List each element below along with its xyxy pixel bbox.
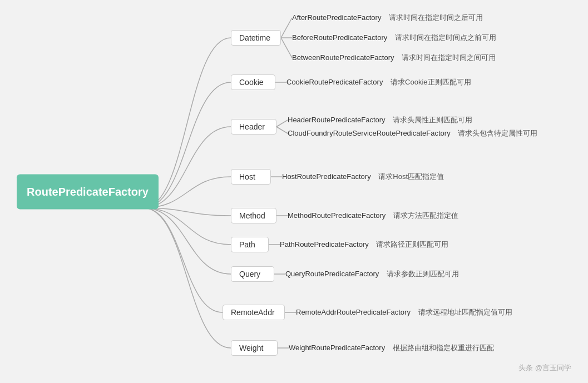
category-remoteaddr: RemoteAddr [223, 305, 285, 320]
category-weight: Weight [231, 340, 278, 356]
factory-description: 根据路由组和指定权重进行匹配 [391, 344, 494, 352]
diagram-container: RoutePredicateFactory DatetimeCookieHead… [0, 0, 588, 383]
factory-description: 请求时间在指定时间点之前可用 [393, 33, 496, 42]
watermark-text: 头条 @言玉同学 [518, 364, 571, 372]
leaf-datetime-2: BetweenRoutePredicateFactory 请求时间在指定时间之间… [292, 53, 496, 63]
factory-description: 请求参数正则匹配可用 [384, 270, 459, 278]
leaf-datetime-0: AfterRoutePredicateFactory 请求时间在指定时间之后可用 [292, 13, 483, 23]
leaf-remoteaddr-0: RemoteAddrRoutePredicateFactory 请求远程地址匹配… [296, 307, 512, 317]
category-query: Query [231, 266, 274, 282]
leaf-weight-0: WeightRoutePredicateFactory 根据路由组和指定权重进行… [289, 343, 494, 353]
factory-description: 请求头包含特定属性可用 [456, 129, 538, 137]
factory-name: BetweenRoutePredicateFactory [292, 53, 394, 62]
factory-description: 请求Host匹配指定值 [377, 172, 444, 181]
root-label: RoutePredicateFactory [27, 185, 149, 197]
factory-description: 请求路径正则匹配可用 [374, 240, 449, 248]
factory-description: 请求时间在指定时间之间可用 [400, 53, 496, 62]
factory-description: 请求时间在指定时间之后可用 [387, 13, 483, 22]
category-path: Path [231, 237, 269, 252]
factory-description: 请求头属性正则匹配可用 [391, 116, 473, 124]
category-datetime: Datetime [231, 30, 281, 46]
factory-name: PathRoutePredicateFactory [280, 240, 369, 248]
factory-name: BeforeRoutePredicateFactory [292, 33, 387, 42]
category-cookie: Cookie [231, 74, 275, 90]
watermark: 头条 @言玉同学 [518, 363, 571, 373]
factory-description: 请求方法匹配指定值 [391, 211, 458, 220]
factory-name: CookieRoutePredicateFactory [286, 78, 383, 86]
factory-name: CloudFoundryRouteServiceRoutePredicateFa… [288, 129, 451, 137]
factory-name: WeightRoutePredicateFactory [289, 344, 385, 352]
factory-description: 请求远程地址匹配指定值可用 [416, 308, 512, 316]
category-host: Host [231, 169, 271, 185]
factory-name: RemoteAddrRoutePredicateFactory [296, 308, 411, 316]
leaf-header-0: HeaderRoutePredicateFactory 请求头属性正则匹配可用 [288, 115, 472, 125]
category-header: Header [231, 119, 276, 135]
leaf-header-1: CloudFoundryRouteServiceRoutePredicateFa… [288, 128, 537, 138]
leaf-cookie-0: CookieRoutePredicateFactory 请求Cookie正则匹配… [286, 77, 471, 87]
category-method: Method [231, 208, 276, 223]
root-node: RoutePredicateFactory [17, 174, 159, 209]
leaf-host-0: HostRoutePredicateFactory 请求Host匹配指定值 [282, 172, 444, 182]
factory-description: 请求Cookie正则匹配可用 [388, 78, 471, 86]
leaf-method-0: MethodRoutePredicateFactory 请求方法匹配指定值 [288, 211, 458, 221]
leaf-datetime-1: BeforeRoutePredicateFactory 请求时间在指定时间点之前… [292, 33, 496, 43]
factory-name: HeaderRoutePredicateFactory [288, 116, 386, 124]
factory-name: QueryRoutePredicateFactory [285, 270, 379, 278]
leaf-query-0: QueryRoutePredicateFactory 请求参数正则匹配可用 [285, 269, 459, 279]
leaf-path-0: PathRoutePredicateFactory 请求路径正则匹配可用 [280, 240, 448, 250]
factory-name: AfterRoutePredicateFactory [292, 13, 381, 22]
factory-name: HostRoutePredicateFactory [282, 172, 371, 181]
factory-name: MethodRoutePredicateFactory [288, 211, 386, 220]
